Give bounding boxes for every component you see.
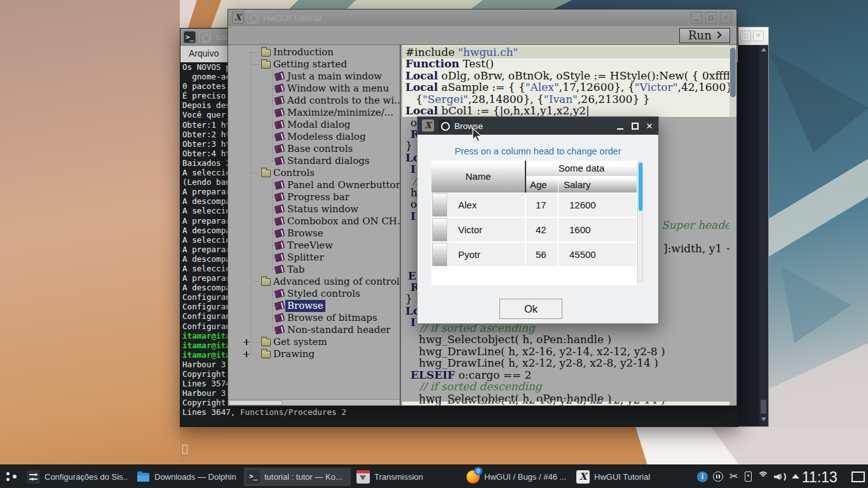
task-button[interactable]: 0HwGUI / Bugs / #46 ...	[464, 468, 571, 486]
scroll-down-icon[interactable]	[761, 417, 766, 421]
tray-volume-icon[interactable]	[774, 471, 787, 482]
cell-name[interactable]: Pyotr	[448, 243, 525, 266]
cell-salary[interactable]: 12600	[559, 193, 636, 217]
scrollbar-thumb[interactable]	[639, 163, 642, 211]
tree-item[interactable]: Just a main window	[228, 71, 400, 83]
scrollbar-thumb[interactable]	[229, 400, 282, 405]
row-selector[interactable]	[432, 218, 447, 241]
close-button[interactable]: ✕	[644, 121, 654, 131]
expander-icon[interactable]	[243, 339, 249, 345]
tree-item[interactable]: Browse of bitmaps	[228, 312, 400, 324]
code-line: Function Test()	[405, 58, 494, 69]
task-icon transmission-icon	[356, 470, 370, 484]
task-label: tutorial : tutor — Ko...	[264, 472, 348, 482]
tree-line	[250, 64, 260, 65]
cell-age[interactable]: 42	[526, 218, 557, 241]
task-button[interactable]: >_tutorial : tutor — Ko...	[244, 468, 351, 486]
cell-age[interactable]: 17	[526, 193, 557, 217]
cell-salary[interactable]: 45500	[559, 243, 636, 266]
tree-item[interactable]: TreeView	[228, 240, 400, 252]
show-desktop-button[interactable]	[851, 471, 865, 482]
table-scrollbar[interactable]	[637, 161, 643, 282]
column-header-salary[interactable]: Salary	[559, 177, 637, 193]
tree-item[interactable]: Combobox and ON CH...	[228, 215, 400, 227]
xorg-icon: X	[232, 11, 244, 24]
konsole-icon: >_	[184, 31, 196, 43]
menu-item[interactable]: Arquivo	[189, 48, 219, 58]
book-icon	[275, 240, 285, 250]
tree-item-label: Modeless dialog	[287, 131, 365, 143]
cell-name[interactable]: Alex	[448, 193, 525, 217]
close-icon[interactable]: ✕	[753, 30, 764, 41]
code-line: o	[410, 198, 417, 210]
scrollbar-thumb[interactable]	[730, 48, 736, 97]
tree-item[interactable]: Drawing	[228, 348, 400, 360]
tree-item[interactable]: Styled controls	[228, 288, 400, 300]
tree-item[interactable]: Modal dialog	[228, 119, 400, 131]
column-header-age[interactable]: Age	[526, 177, 558, 193]
task-button[interactable]: Downloads — Dolphin	[134, 468, 241, 486]
expander-icon[interactable]	[243, 351, 249, 357]
tree-item[interactable]: Progress bar	[228, 191, 400, 203]
tree-item[interactable]: Non-standard header	[228, 324, 400, 336]
code-vscrollbar[interactable]	[729, 45, 736, 405]
code-line: ]:width, y1 +	[663, 243, 729, 254]
tree-item-label: Drawing	[273, 348, 315, 360]
tray-pause-icon[interactable]	[713, 471, 723, 482]
close-button[interactable]: ✕	[720, 12, 731, 24]
pin-icon[interactable]	[438, 119, 451, 132]
tree-item-label: Browse	[287, 227, 323, 240]
tray-caret-up-icon[interactable]	[792, 474, 799, 478]
row-selector[interactable]	[432, 243, 447, 266]
scrollbar-thumb[interactable]	[761, 400, 766, 414]
run-button[interactable]: Run	[679, 28, 730, 43]
cell-salary[interactable]: 1600	[559, 218, 636, 241]
cell-age[interactable]: 56	[526, 243, 557, 266]
minimize-button[interactable]	[615, 121, 625, 131]
column-header-name[interactable]: Name	[431, 161, 525, 193]
hwgui-titlebar[interactable]: X HwGUI Tutorial ✕	[228, 10, 736, 26]
dialog-titlebar[interactable]: X Browse ✕	[417, 117, 658, 135]
tree-item[interactable]: Advanced using of controls	[228, 276, 400, 288]
app-launcher-icon[interactable]	[5, 471, 18, 482]
tree-item[interactable]: Splitter	[228, 252, 400, 264]
tree-item[interactable]: Base controls	[228, 143, 400, 155]
task-button[interactable]: Transmission	[354, 468, 461, 486]
tree-item[interactable]: Getting started	[228, 58, 400, 71]
maximize-button[interactable]: □	[740, 30, 751, 41]
tree-item-label: Advanced using of controls	[273, 276, 401, 288]
tree-item[interactable]: Modeless dialog	[228, 131, 400, 143]
minimize-button[interactable]	[691, 12, 702, 24]
tree-item[interactable]: Standard dialogs	[228, 155, 400, 167]
tree-item[interactable]: Maximize/minimize/...	[228, 107, 400, 119]
tree-item[interactable]: Add controls to the wi...	[228, 95, 400, 107]
column-header-group[interactable]: Some data	[526, 161, 637, 176]
tree-item[interactable]: Status window	[228, 203, 400, 215]
tree-item[interactable]: Panel and Ownerbuttons	[228, 179, 400, 191]
tree-item[interactable]: Controls	[228, 167, 400, 179]
tray-device-icon[interactable]	[745, 471, 752, 482]
tree-item[interactable]: Window with a menu	[228, 83, 400, 95]
tray-info-icon[interactable]: i	[697, 471, 708, 482]
tree-item[interactable]: Browse	[228, 227, 400, 240]
tree-item-label: Panel and Ownerbuttons	[287, 179, 401, 191]
maximize-button[interactable]	[630, 121, 640, 131]
tree-item[interactable]: Get system	[228, 336, 400, 348]
tree-item[interactable]: Browse	[228, 300, 400, 312]
tree-item[interactable]: Introduction	[228, 46, 400, 58]
scroll-up-icon[interactable]	[761, 48, 766, 51]
tree-hscrollbar[interactable]	[228, 399, 400, 405]
tray-wifi-icon[interactable]	[757, 471, 769, 480]
tray-scissors-icon[interactable]: ✂	[729, 471, 738, 482]
pin-icon[interactable]	[199, 31, 211, 43]
pin-icon[interactable]	[247, 11, 259, 24]
ok-button[interactable]: Ok	[499, 299, 562, 319]
cell-name[interactable]: Victor	[448, 218, 525, 241]
scrollbar[interactable]	[759, 45, 768, 426]
row-selector[interactable]	[432, 193, 447, 217]
tree-item[interactable]: Tab	[228, 264, 400, 276]
maximize-button[interactable]	[705, 12, 717, 24]
task-button[interactable]: XHwGUI Tutorial	[574, 468, 681, 486]
clock[interactable]: 11:13	[802, 469, 837, 486]
task-button[interactable]: Configurações do Sis...	[24, 468, 131, 486]
